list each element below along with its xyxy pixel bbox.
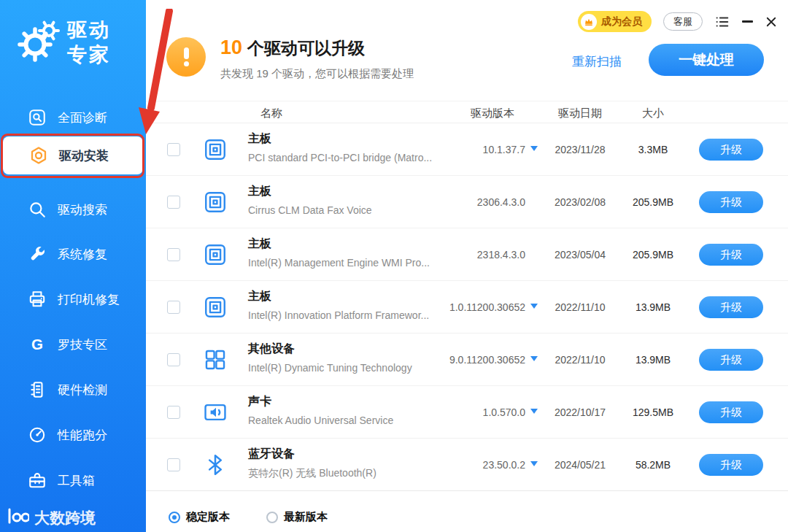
driver-name: Cirrus CLM Data Fax Voice xyxy=(248,204,372,216)
sidebar-item-label: 驱动搜索 xyxy=(58,201,107,218)
upgrade-button[interactable]: 升级 xyxy=(699,244,763,266)
watermark: 大数跨境 xyxy=(7,507,96,528)
upgrade-button[interactable]: 升级 xyxy=(699,139,763,161)
column-header-version: 驱动版本 xyxy=(449,107,536,120)
sidebar-item-system-repair[interactable]: 系统修复 xyxy=(0,236,146,272)
motherboard-icon xyxy=(203,295,228,320)
driver-size: 13.9MB xyxy=(621,354,685,366)
driver-version: 2318.4.3.0 xyxy=(416,249,525,261)
app-logo: 驱动 专家 xyxy=(18,18,111,67)
sidebar-item-full-diagnosis[interactable]: 全面诊断 xyxy=(0,99,146,136)
main-panel: 成为会员 客服 10 个驱动可以升级 共发现 19 个驱动，您可以根据需要处理 … xyxy=(146,0,788,532)
version-dropdown-icon[interactable] xyxy=(530,461,538,466)
sidebar-item-driver-install[interactable]: 驱动安装 xyxy=(3,136,143,174)
driver-category: 主板 xyxy=(248,184,271,199)
table-row: 主板 PCI standard PCI-to-PCI bridge (Matro… xyxy=(146,123,788,176)
sidebar-item-toolbox[interactable]: 工具箱 xyxy=(0,462,146,498)
driver-date: 2023/05/04 xyxy=(544,249,617,261)
row-checkbox[interactable] xyxy=(167,143,180,156)
member-label: 成为会员 xyxy=(601,15,642,28)
upgrade-button[interactable]: 升级 xyxy=(699,296,763,318)
logitech-g-icon: G xyxy=(28,335,47,354)
driver-version: 9.0.11200.30652 xyxy=(416,354,525,366)
row-checkbox[interactable] xyxy=(167,196,180,209)
radio-unselected-icon xyxy=(266,512,278,523)
row-checkbox[interactable] xyxy=(167,301,180,314)
driver-version: 23.50.0.2 xyxy=(416,459,525,471)
driver-install-icon xyxy=(29,146,48,165)
sidebar-item-label: 性能跑分 xyxy=(58,427,107,444)
toolbox-icon xyxy=(28,471,47,490)
sidebar-item-printer-repair[interactable]: 打印机修复 xyxy=(0,281,146,317)
sidebar-item-hardware-detect[interactable]: 硬件检测 xyxy=(0,371,146,408)
upgrade-button[interactable]: 升级 xyxy=(699,191,763,213)
bluetooth-icon xyxy=(203,452,228,477)
motherboard-icon xyxy=(203,137,228,162)
gears-logo-icon xyxy=(18,20,60,65)
driver-size: 205.9MB xyxy=(621,249,685,261)
upgrade-button[interactable]: 升级 xyxy=(699,401,763,423)
sidebar: 驱动 专家 全面诊断 驱动安装 驱动搜索 xyxy=(0,0,146,532)
driver-list: 主板 PCI standard PCI-to-PCI bridge (Matro… xyxy=(146,123,788,491)
sidebar-item-label: 罗技专区 xyxy=(58,336,107,353)
sidebar-item-driver-search[interactable]: 驱动搜索 xyxy=(0,191,146,228)
search-icon xyxy=(28,200,47,219)
minimize-button[interactable] xyxy=(742,14,753,30)
table-row: 蓝牙设备 英特尔(R) 无线 Bluetooth(R) 23.50.0.2 20… xyxy=(146,439,788,491)
watermark-logo-icon xyxy=(7,507,29,528)
radio-label: 最新版本 xyxy=(284,510,328,524)
version-dropdown-icon[interactable] xyxy=(530,356,538,361)
column-header-name: 名称 xyxy=(260,107,282,120)
driver-category: 蓝牙设备 xyxy=(248,447,295,462)
motherboard-icon xyxy=(203,242,228,267)
row-checkbox[interactable] xyxy=(167,458,180,471)
sidebar-item-label: 全面诊断 xyxy=(58,109,107,126)
driver-version: 1.0.11200.30652 xyxy=(416,301,525,313)
driver-category: 主板 xyxy=(248,131,271,147)
driver-name: Intel(R) Dynamic Tuning Technology xyxy=(248,362,412,374)
rescan-link[interactable]: 重新扫描 xyxy=(572,53,622,70)
table-row: 其他设备 Intel(R) Dynamic Tuning Technology … xyxy=(146,334,788,386)
table-row: 主板 Intel(R) Innovation Platform Framewor… xyxy=(146,281,788,334)
sidebar-item-label: 系统修复 xyxy=(58,246,107,263)
sidebar-item-label: 打印机修复 xyxy=(58,291,120,308)
row-checkbox[interactable] xyxy=(167,406,180,419)
wrench-icon xyxy=(28,244,47,263)
chip-icon xyxy=(28,380,47,399)
gauge-icon xyxy=(28,425,47,444)
row-checkbox[interactable] xyxy=(167,353,180,366)
close-button[interactable] xyxy=(765,14,778,30)
one-click-process-button[interactable]: 一键处理 xyxy=(649,44,764,76)
driver-date: 2022/11/10 xyxy=(544,301,617,313)
radio-stable-version[interactable]: 稳定版本 xyxy=(169,510,230,524)
driver-date: 2022/11/10 xyxy=(544,354,617,366)
driver-date: 2023/11/28 xyxy=(544,144,617,155)
driver-name: Intel(R) Management Engine WMI Pro... xyxy=(248,257,430,269)
table-row: 声卡 Realtek Audio Universal Service 1.0.5… xyxy=(146,386,788,439)
support-button[interactable]: 客服 xyxy=(663,12,703,31)
become-member-button[interactable]: 成为会员 xyxy=(578,11,652,32)
driver-size: 3.3MB xyxy=(621,144,685,155)
upgrade-button[interactable]: 升级 xyxy=(699,349,763,371)
driver-category: 主板 xyxy=(248,289,271,304)
upgrade-button[interactable]: 升级 xyxy=(699,454,763,476)
radio-latest-version[interactable]: 最新版本 xyxy=(266,510,328,524)
sidebar-item-label: 驱动安装 xyxy=(59,147,109,164)
version-dropdown-icon[interactable] xyxy=(530,146,538,151)
minimize-icon xyxy=(742,20,753,23)
sidebar-item-benchmark[interactable]: 性能跑分 xyxy=(0,417,146,453)
radio-selected-icon xyxy=(169,512,180,523)
watermark-text: 大数跨境 xyxy=(34,508,96,528)
task-list-icon[interactable] xyxy=(714,14,730,30)
version-dropdown-icon[interactable] xyxy=(530,304,538,309)
sidebar-item-label: 工具箱 xyxy=(58,472,95,489)
sidebar-item-logitech-zone[interactable]: G 罗技专区 xyxy=(0,326,146,363)
driver-name: 英特尔(R) 无线 Bluetooth(R) xyxy=(248,467,376,480)
upgrade-count: 10 xyxy=(220,36,242,59)
row-checkbox[interactable] xyxy=(167,248,180,261)
page-subtitle: 共发现 19 个驱动，您可以根据需要处理 xyxy=(220,67,414,81)
driver-size: 58.2MB xyxy=(621,459,685,471)
crown-icon xyxy=(581,14,597,30)
version-dropdown-icon[interactable] xyxy=(530,409,538,414)
sound-card-icon xyxy=(203,400,228,425)
